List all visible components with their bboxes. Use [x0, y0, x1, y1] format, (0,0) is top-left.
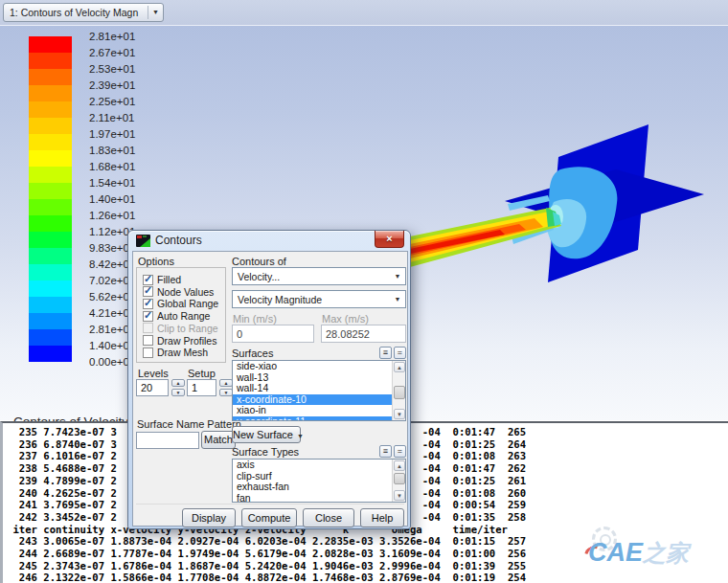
surface-types-list-item[interactable]: exhaust-fan	[233, 482, 392, 493]
max-label: Max (m/s)	[322, 313, 369, 325]
min-label: Min (m/s)	[233, 313, 277, 325]
surface-name-pattern-label: Surface Name Pattern	[137, 418, 241, 430]
checkbox-clip-to-range: Clip to Range	[143, 323, 218, 334]
fluent-graphics-window: 1: Contours of Velocity Magn ▼ 2.81e+012…	[0, 0, 728, 583]
max-field	[321, 325, 406, 343]
legend-label: 1.97e+01	[89, 128, 135, 141]
legend-band	[29, 313, 72, 329]
scroll-down-icon[interactable]: ▼	[394, 490, 405, 501]
contours-of-subfield-dropdown[interactable]: Velocity Magnitude ▼	[232, 290, 406, 308]
contours-of-subfield-value: Velocity Magnitude	[233, 294, 390, 305]
legend-band	[29, 101, 72, 118]
setup-spin-down[interactable]: ▼	[219, 389, 233, 396]
surfaces-scrollbar[interactable]: ▲ ▼	[392, 361, 405, 420]
legend-band	[29, 118, 72, 134]
legend-band	[29, 297, 72, 313]
checkbox-box[interactable]	[143, 299, 153, 309]
levels-spin-down[interactable]: ▼	[171, 389, 185, 396]
new-surface-label: New Surface	[233, 429, 293, 440]
checkbox-label: Clip to Range	[157, 323, 218, 334]
checkbox-box[interactable]	[143, 335, 153, 346]
scroll-up-icon[interactable]: ▲	[394, 362, 405, 372]
legend-label: 2.81e+01	[89, 31, 135, 43]
legend-band	[29, 264, 72, 280]
match-button[interactable]: Match	[201, 431, 236, 449]
legend-band	[29, 85, 72, 101]
levels-label: Levels	[138, 368, 169, 379]
help-button[interactable]: Help	[360, 508, 404, 527]
checkbox-node-values[interactable]: Node Values	[143, 286, 214, 298]
legend-label: 1.26e+01	[89, 210, 135, 222]
chevron-down-icon: ▼	[390, 273, 405, 280]
contours-of-field-dropdown[interactable]: Velocity... ▼	[232, 267, 406, 285]
surface-types-list-item[interactable]: fan	[233, 493, 392, 504]
scrollbar-thumb[interactable]	[394, 473, 405, 484]
surfaces-list-item[interactable]: y-coordinate-11	[233, 416, 392, 422]
legend-band	[29, 199, 72, 215]
options-group-label: Options	[138, 256, 174, 267]
scrollbar-thumb[interactable]	[394, 386, 405, 399]
legend-band	[29, 69, 72, 85]
scroll-down-icon[interactable]: ▼	[394, 409, 405, 419]
new-surface-button[interactable]: New Surface▼	[232, 426, 301, 443]
surface-types-select-all-button[interactable]: ≡	[379, 445, 392, 458]
checkbox-draw-mesh[interactable]: Draw Mesh	[143, 347, 208, 358]
close-button[interactable]: Close	[303, 508, 354, 527]
checkbox-filled[interactable]: Filled	[143, 274, 181, 285]
contour-3d-scene	[402, 112, 728, 351]
scroll-up-icon[interactable]: ▲	[394, 460, 405, 471]
checkbox-draw-profiles[interactable]: Draw Profiles	[143, 335, 216, 347]
legend-band	[29, 53, 72, 69]
surface-name-pattern-input[interactable]	[136, 432, 199, 449]
surface-types-list-item[interactable]: axis	[233, 460, 392, 471]
surface-types-scrollbar[interactable]: ▲ ▼	[392, 460, 405, 502]
legend-band	[29, 248, 72, 264]
surfaces-deselect-button[interactable]: =	[394, 347, 406, 359]
setup-spin-up[interactable]: ▲	[219, 379, 233, 387]
legend-band	[29, 280, 72, 297]
legend-label: 2.67e+01	[89, 47, 135, 59]
surfaces-list: side-xiaowall-13wall-14x-coordinate-10xi…	[232, 360, 406, 421]
legend-label: 2.11e+01	[89, 112, 134, 124]
surfaces-list-item[interactable]: side-xiao	[233, 361, 392, 372]
surface-types-deselect-button[interactable]: =	[394, 445, 406, 458]
close-button[interactable]: ×	[375, 231, 404, 248]
levels-field[interactable]	[136, 379, 169, 396]
surfaces-list-item[interactable]: xiao-in	[233, 405, 392, 416]
checkbox-box[interactable]	[143, 286, 153, 297]
legend-band	[29, 36, 72, 53]
surface-types-label: Surface Types	[232, 446, 299, 458]
checkbox-label: Node Values	[157, 286, 214, 298]
surfaces-select-all-button[interactable]: ≡	[379, 347, 392, 359]
contours-of-field-value: Velocity...	[233, 271, 390, 282]
checkbox-label: Draw Mesh	[157, 347, 208, 358]
legend-label: 1.40e+01	[89, 193, 135, 206]
console-line: 243 3.0065e-07 1.8873e-04 2.0927e-04 6.0…	[7, 535, 728, 548]
checkbox-box[interactable]	[143, 348, 153, 358]
surface-types-list: axisclip-surfexhaust-fanfan ▲ ▼	[232, 459, 406, 503]
chevron-down-icon: ▼	[297, 433, 304, 439]
legend-band	[29, 150, 72, 167]
contours-dialog: Contours × Options FilledNode ValuesGlob…	[127, 230, 411, 529]
dialog-titlebar[interactable]: Contours ×	[128, 231, 410, 251]
checkbox-box[interactable]	[143, 275, 153, 285]
surfaces-label: Surfaces	[232, 348, 273, 359]
checkbox-box[interactable]	[143, 311, 153, 322]
contours-dialog-icon	[136, 235, 150, 247]
setup-field[interactable]	[187, 379, 216, 396]
display-button[interactable]: Display	[182, 508, 236, 527]
checkbox-label: Auto Range	[157, 310, 210, 322]
compute-button[interactable]: Compute	[241, 508, 297, 527]
legend-band	[29, 346, 72, 362]
legend-label: 2.39e+01	[89, 79, 135, 92]
surfaces-list-item[interactable]: wall-14	[233, 383, 392, 394]
contours-of-label: Contours of	[232, 256, 286, 267]
checkbox-auto-range[interactable]: Auto Range	[143, 310, 210, 322]
legend-label: 1.68e+01	[89, 161, 135, 173]
checkbox-global-range[interactable]: Global Range	[143, 298, 218, 309]
view-selector-label: 1: Contours of Velocity Magn	[4, 7, 148, 18]
levels-spin-up[interactable]: ▲	[171, 379, 185, 387]
checkbox-label: Filled	[157, 274, 181, 285]
graphics-toolbar: 1: Contours of Velocity Magn ▼	[0, 0, 728, 26]
view-selector-dropdown[interactable]: 1: Contours of Velocity Magn ▼	[3, 3, 164, 22]
